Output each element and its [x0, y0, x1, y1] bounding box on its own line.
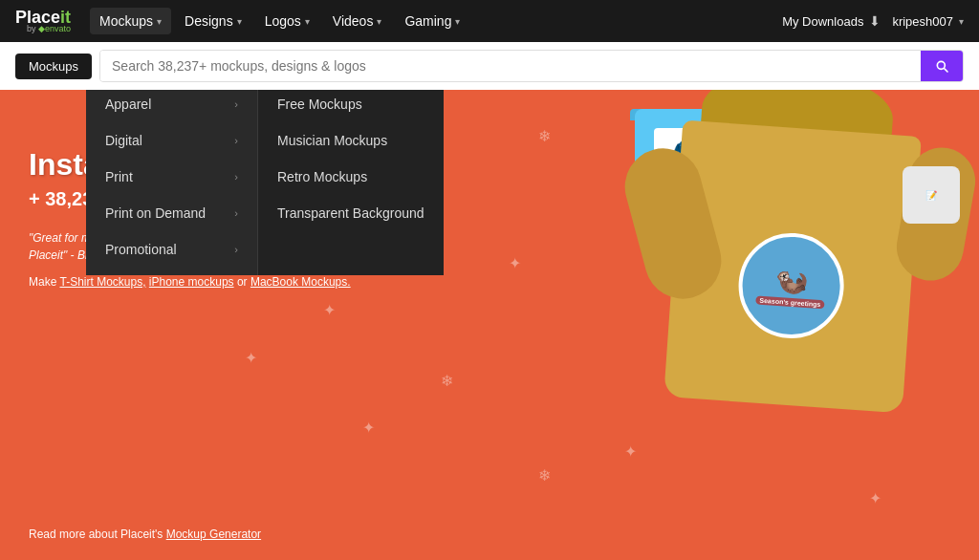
nav-right: My Downloads ⬇ kripesh007 ▾: [782, 13, 964, 29]
nav-item-logos[interactable]: Logos ▾: [255, 8, 319, 34]
search-input[interactable]: [100, 51, 921, 81]
logo-envato: ◆envato: [38, 24, 71, 33]
chevron-right-icon: ›: [234, 207, 238, 219]
nav-items: Mockups ▾ Designs ▾ Logos ▾ Videos ▾ Gam…: [90, 8, 782, 34]
hero-links: Make T-Shirt Mockups, iPhone mockups or …: [29, 275, 430, 289]
search-tab-mockups[interactable]: Mockups: [15, 54, 92, 79]
tshirt-mockups-link[interactable]: T-Shirt Mockups,: [59, 275, 145, 289]
search-bar-row: Mockups: [0, 42, 979, 90]
dropdown-item-musician[interactable]: Musician Mockups: [258, 122, 444, 159]
search-input-wrap: [99, 50, 964, 82]
nav-item-designs[interactable]: Designs ▾: [175, 8, 251, 34]
search-icon: [934, 58, 949, 74]
download-icon: ⬇: [869, 13, 881, 29]
chevron-right-icon: ›: [234, 171, 238, 183]
nav-item-mockups[interactable]: Mockups ▾: [90, 8, 171, 34]
chevron-down-icon: ▾: [157, 16, 162, 27]
hoodie-design: 🦦 Season's greetings: [735, 229, 847, 341]
chevron-down-icon: ▾: [959, 16, 964, 27]
dropdown-item-digital[interactable]: Digital ›: [86, 122, 257, 159]
chevron-right-icon: ›: [234, 98, 238, 110]
nav-item-videos[interactable]: Videos ▾: [323, 8, 392, 34]
hero-links-middle: or: [234, 275, 250, 289]
chevron-down-icon: ▾: [305, 16, 310, 27]
iphone-mockups-link[interactable]: iPhone mockups: [149, 275, 234, 289]
macbook-mockups-link[interactable]: MacBook Mockups.: [250, 275, 351, 289]
hero-products: 🧥 WRAPPED TO BATTLE IN KNITTED: [444, 90, 979, 560]
dropdown-item-apparel[interactable]: Apparel ›: [86, 86, 257, 122]
chevron-down-icon: ▾: [237, 16, 242, 27]
hero-bottom-link: Read more about Placeit's Mockup Generat…: [29, 528, 261, 541]
hat-product: 📝: [903, 166, 979, 243]
chevron-down-icon: ▾: [377, 16, 381, 27]
dropdown-item-promotional[interactable]: Promotional ›: [86, 231, 257, 268]
snowflake-decoration: ✦: [245, 349, 257, 367]
hoodie-product: 🦦 Season's greetings: [664, 90, 950, 434]
chevron-right-icon: ›: [234, 135, 238, 146]
dropdown-item-transparent[interactable]: Transparent Background: [258, 195, 444, 231]
user-menu-button[interactable]: kripesh007 ▾: [892, 14, 964, 29]
dropdown-item-free[interactable]: Free Mockups: [258, 86, 444, 122]
logo[interactable]: Placeit by ◆envato: [15, 9, 71, 33]
chevron-right-icon: ›: [234, 244, 238, 255]
hero-links-text: Make: [29, 275, 59, 289]
dropdown-item-print[interactable]: Print ›: [86, 159, 257, 195]
chevron-down-icon: ▾: [455, 16, 460, 27]
hoodie-design-content: 🦦 Season's greetings: [755, 262, 827, 309]
navbar: Placeit by ◆envato Mockups ▾ Designs ▾ L…: [0, 0, 979, 42]
mockup-generator-link[interactable]: Mockup Generator: [166, 528, 261, 541]
nav-item-gaming[interactable]: Gaming ▾: [395, 8, 469, 34]
dropdown-item-print-on-demand[interactable]: Print on Demand ›: [86, 195, 257, 231]
hoodie-character-icon: 🦦: [756, 262, 827, 298]
snowflake-decoration: ✦: [323, 301, 336, 319]
search-button[interactable]: [921, 51, 963, 81]
snowflake-decoration: ✦: [362, 419, 375, 437]
my-downloads-button[interactable]: My Downloads ⬇: [782, 13, 881, 29]
note-product: 📝: [903, 166, 960, 224]
dropdown-item-retro[interactable]: Retro Mockups: [258, 159, 444, 195]
